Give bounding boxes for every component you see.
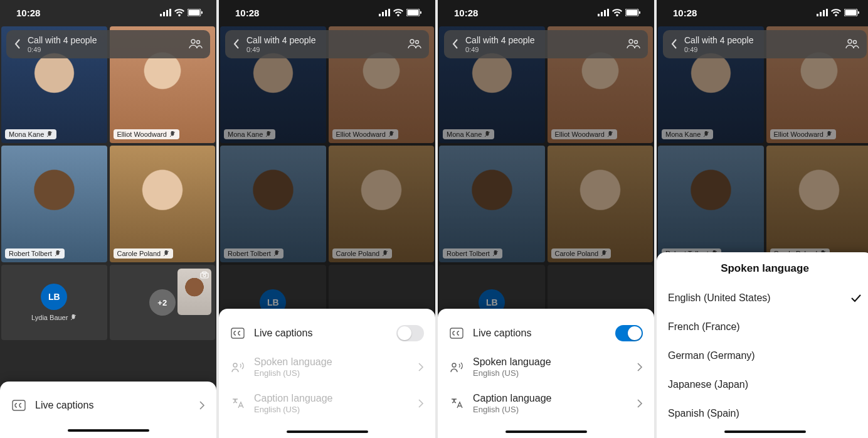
svg-rect-5 [189, 10, 200, 16]
video-tile[interactable]: Robert Tolbert [439, 146, 545, 262]
self-preview[interactable] [177, 269, 211, 315]
cc-icon [12, 400, 26, 411]
language-label: French (France) [668, 321, 740, 333]
video-tile[interactable]: Carole Poland [329, 146, 435, 262]
language-option-german[interactable]: German (Germany) [657, 341, 868, 370]
video-tile[interactable]: Robert Tolbert [220, 146, 326, 262]
svg-rect-25 [601, 12, 603, 16]
battery-icon [844, 9, 859, 16]
mic-off-icon [382, 250, 388, 257]
people-icon[interactable] [845, 38, 859, 50]
call-header: Call with 4 people 0:49 [663, 30, 867, 58]
call-duration: 0:49 [28, 46, 189, 53]
video-tile[interactable]: Carole Poland [548, 146, 654, 262]
svg-rect-19 [420, 11, 421, 14]
svg-point-8 [197, 41, 200, 44]
signal-icon [817, 9, 828, 16]
call-header: Call with 4 people 0:49 [444, 30, 648, 58]
mic-off-icon [163, 250, 169, 257]
spoken-language-row: Spoken language English (US) [219, 349, 435, 385]
svg-rect-26 [604, 10, 606, 16]
clock-time: 10:28 [454, 8, 478, 18]
svg-rect-3 [169, 9, 171, 16]
participant-badge: Mona Kane [662, 129, 713, 139]
caption-language-value: English (US) [254, 405, 409, 414]
language-label: Japanese (Japan) [668, 379, 748, 390]
live-captions-label: Live captions [35, 400, 190, 411]
back-icon[interactable] [14, 38, 21, 50]
spoken-language-row[interactable]: Spoken language English (US) [438, 349, 654, 385]
svg-rect-12 [13, 400, 25, 410]
live-captions-toggle-row[interactable]: Live captions [438, 318, 654, 349]
back-icon[interactable] [670, 38, 678, 50]
status-bar: 10:28 [219, 0, 435, 25]
live-captions-row[interactable]: Live captions [0, 390, 216, 420]
video-tile[interactable]: Carole Poland [766, 146, 869, 262]
language-option-japanese[interactable]: Japanese (Japan) [657, 370, 868, 399]
video-tile[interactable]: Carole Poland [110, 146, 216, 262]
svg-point-23 [233, 363, 237, 367]
call-title: Call with 4 people [28, 35, 189, 46]
people-icon[interactable] [189, 38, 203, 50]
people-icon[interactable] [627, 38, 640, 50]
audio-tile[interactable]: LB Lydia Bauer [1, 265, 107, 340]
call-duration: 0:49 [246, 46, 408, 53]
chevron-right-icon [637, 398, 643, 409]
participant-badge: Elliot Woodward [332, 129, 398, 139]
svg-rect-13 [379, 14, 381, 16]
overflow-tile[interactable]: +2 [110, 265, 216, 340]
language-option-spanish[interactable]: Spanish (Spain) [657, 399, 868, 428]
svg-point-32 [635, 41, 638, 44]
participant-badge: Carole Poland [551, 248, 611, 259]
participant-badge: Carole Poland [332, 248, 393, 259]
participant-badge: Carole Poland [114, 248, 174, 259]
mic-off-icon [607, 131, 613, 137]
svg-rect-40 [845, 10, 857, 16]
language-label: German (Germany) [668, 350, 755, 361]
svg-rect-15 [385, 10, 387, 16]
participant-badge: Mona Kane [443, 129, 494, 139]
speaking-icon [231, 361, 245, 373]
live-captions-toggle-row[interactable]: Live captions [219, 318, 435, 349]
mic-off-icon [265, 131, 272, 137]
mic-off-icon [273, 250, 280, 257]
people-icon[interactable] [408, 38, 421, 50]
home-indicator [724, 430, 806, 433]
spoken-language-value: English (US) [254, 368, 409, 378]
svg-point-43 [854, 41, 857, 44]
call-duration: 0:49 [465, 46, 627, 53]
call-header: Call with 4 people 0:49 [6, 30, 210, 58]
svg-rect-24 [598, 14, 600, 16]
svg-rect-27 [607, 9, 609, 16]
video-tile[interactable]: Robert Tolbert [658, 146, 764, 262]
call-title: Call with 4 people [246, 35, 408, 46]
cc-icon [450, 328, 463, 339]
language-option-french[interactable]: French (France) [657, 312, 868, 341]
call-duration: 0:49 [684, 46, 845, 53]
check-icon [850, 294, 862, 302]
spoken-language-sheet: Spoken language English (United States) … [657, 252, 868, 438]
sheet-title: Spoken language [657, 256, 868, 284]
clock-time: 10:28 [16, 8, 40, 18]
svg-rect-18 [408, 10, 419, 16]
back-icon[interactable] [452, 38, 459, 50]
caption-language-row[interactable]: Caption language English (US) [438, 385, 654, 422]
camera-icon [200, 271, 209, 279]
svg-rect-36 [820, 12, 822, 16]
live-captions-label: Live captions [473, 328, 606, 339]
signal-icon [379, 9, 390, 16]
svg-rect-30 [639, 11, 640, 14]
mic-off-icon [55, 250, 61, 257]
language-label: English (United States) [668, 292, 771, 304]
screen-captions-settings-on: 10:28 Call with 4 people 0:49 Mona Kane … [438, 0, 654, 438]
captions-toggle-on[interactable] [615, 325, 643, 341]
back-icon[interactable] [233, 38, 240, 50]
clock-time: 10:28 [673, 8, 697, 18]
call-header: Call with 4 people 0:49 [225, 30, 429, 58]
video-tile[interactable]: Robert Tolbert [1, 146, 107, 262]
captions-toggle-off[interactable] [396, 325, 424, 341]
wifi-icon [612, 9, 622, 16]
svg-rect-38 [826, 9, 828, 16]
language-option-english-us[interactable]: English (United States) [657, 284, 868, 312]
signal-icon [160, 9, 171, 16]
